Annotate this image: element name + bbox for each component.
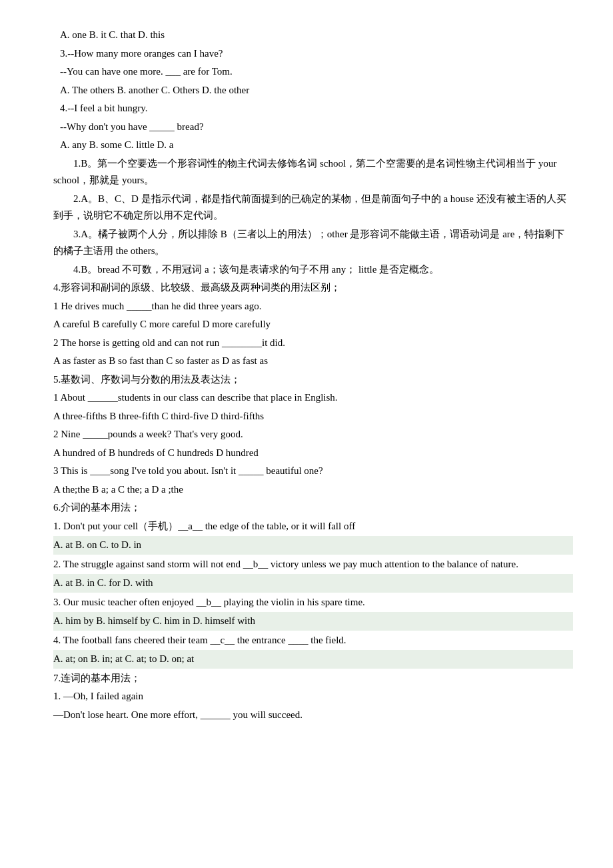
line-27: 2. The struggle against sand storm will … — [53, 556, 573, 573]
line-6: --Why don't you have _____ bread? — [60, 119, 573, 136]
line-33: 7.连词的基本用法； — [53, 670, 573, 687]
line-1: A. one B. it C. that D. this — [60, 27, 573, 44]
line-29: 3. Our music teacher often enjoyed __b__… — [53, 594, 573, 611]
line-5: 4.--I feel a bit hungry. — [60, 100, 573, 117]
line-11: 4.B。bread 不可数，不用冠词 a；该句是表请求的句子不用 any； li… — [53, 261, 573, 279]
line-16: A as faster as B so fast than C so faste… — [53, 353, 573, 370]
line-13: 1 He drives much _____than he did three … — [53, 298, 573, 315]
line-15: 2 The horse is getting old and can not r… — [53, 335, 573, 352]
line-9: 2.A。B、C、D 是指示代词，都是指代前面提到的已确定的某物，但是前面句子中的… — [53, 191, 573, 225]
line-7: A. any B. some C. little D. a — [60, 137, 573, 154]
line-12: 4.形容词和副词的原级、比较级、最高级及两种词类的用法区别； — [53, 279, 573, 297]
line-21: A hundred of B hundreds of C hundreds D … — [53, 445, 573, 462]
line-3: --You can have one more. ___ are for Tom… — [60, 63, 573, 81]
line-34: 1. —Oh, I failed again — [53, 688, 573, 705]
line-2: 3.--How many more oranges can I have? — [60, 45, 573, 63]
line-35: —Don't lose heart. One more effort, ____… — [53, 707, 573, 724]
line-17: 5.基数词、序数词与分数的用法及表达法； — [53, 371, 573, 389]
line-8: 1.B。第一个空要选一个形容词性的物主代词去修饰名词 school，第二个空需要… — [53, 155, 573, 189]
line-4: A. The others B. another C. Others D. th… — [60, 82, 573, 99]
line-26: A. at B. on C. to D. in — [53, 536, 573, 555]
line-31: 4. The football fans cheered their team … — [53, 632, 573, 649]
page-content: A. one B. it C. that D. this 3.--How man… — [53, 27, 573, 723]
line-14: A careful B carefully C more careful D m… — [53, 316, 573, 333]
line-23: A the;the B a; a C the; a D a ;the — [53, 481, 573, 499]
line-22: 3 This is ____song I've told you about. … — [53, 463, 573, 480]
line-30: A. him by B. himself by C. him in D. him… — [53, 612, 573, 631]
line-20: 2 Nine _____pounds a week? That's very g… — [53, 426, 573, 443]
line-19: A three-fifths B three-fifth C third-fiv… — [53, 408, 573, 425]
line-18: 1 About ______students in our class can … — [53, 389, 573, 407]
line-32: A. at; on B. in; at C. at; to D. on; at — [53, 650, 573, 669]
line-10: 3.A。橘子被两个人分，所以排除 B（三者以上的用法）；other 是形容词不能… — [53, 226, 573, 260]
line-28: A. at B. in C. for D. with — [53, 574, 573, 593]
line-25: 1. Don't put your cell（手机）__a__ the edge… — [53, 518, 573, 535]
line-24: 6.介词的基本用法； — [53, 499, 573, 517]
